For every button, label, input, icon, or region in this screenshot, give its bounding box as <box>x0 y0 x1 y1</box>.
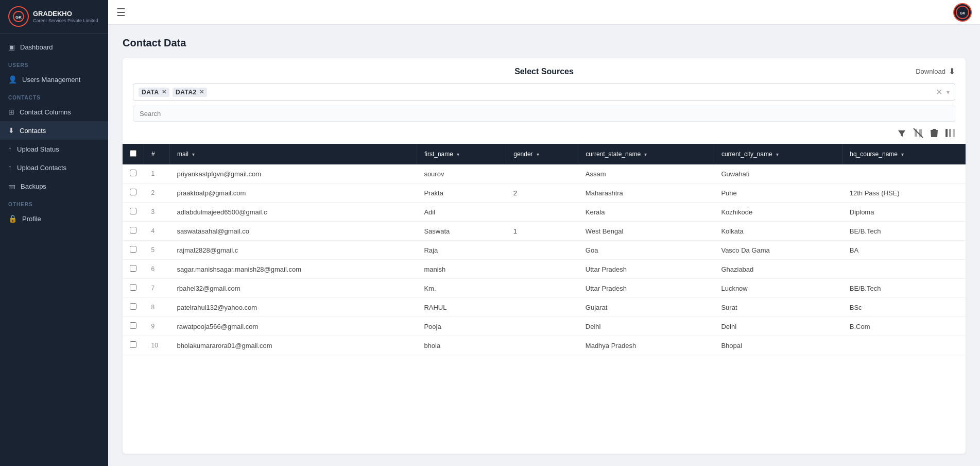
cell-state: Delhi <box>578 317 714 336</box>
table-row: 10 bholakumararora01@gmail.com bhola Mad… <box>123 336 966 355</box>
backups-icon: 🖴 <box>8 182 15 190</box>
cell-first-name: Km. <box>417 279 506 298</box>
row-checkbox[interactable] <box>130 189 136 195</box>
th-hq-course[interactable]: hq_course_name ▾ <box>843 144 966 164</box>
sidebar-item-dashboard[interactable]: ▣ Dashboard <box>0 38 108 56</box>
sidebar-item-label: Contacts <box>20 127 46 135</box>
cell-num: 5 <box>144 241 170 260</box>
download-icon: ⬇ <box>949 66 955 76</box>
download-label: Download <box>916 68 945 75</box>
cell-mail: saswatasahal@gmail.co <box>170 222 417 241</box>
contacts-icon: ⬇ <box>8 126 14 135</box>
table-row: 5 rajmal2828@gmail.c Raja Goa Vasco Da G… <box>123 241 966 260</box>
cell-gender: 2 <box>506 184 578 203</box>
sidebar-item-contacts[interactable]: ⬇ Contacts <box>0 121 108 140</box>
cell-num: 6 <box>144 260 170 279</box>
cell-num: 10 <box>144 336 170 355</box>
cell-mail: rbahel32@gmail.com <box>170 279 417 298</box>
tags-dropdown-caret[interactable]: ▾ <box>947 89 950 96</box>
sidebar-item-label: Profile <box>22 215 41 223</box>
cell-city: Guwahati <box>714 164 842 184</box>
cell-city: Bhopal <box>714 336 842 355</box>
search-input[interactable] <box>133 106 955 122</box>
row-checkbox[interactable] <box>130 246 136 253</box>
row-checkbox[interactable] <box>130 227 136 234</box>
cell-first-name: Prakta <box>417 184 506 203</box>
avatar[interactable]: GK <box>953 3 972 22</box>
cell-city: Pune <box>714 184 842 203</box>
th-mail[interactable]: mail ▾ <box>170 144 417 164</box>
download-button[interactable]: Download ⬇ <box>916 66 955 76</box>
table-row: 1 priyankastpfgvn@gmail.com sourov Assam… <box>123 164 966 184</box>
row-checkbox[interactable] <box>130 341 136 348</box>
row-checkbox[interactable] <box>130 322 136 329</box>
table-row: 4 saswatasahal@gmail.co Saswata 1 West B… <box>123 222 966 241</box>
cell-checkbox <box>123 203 144 222</box>
cell-gender <box>506 241 578 260</box>
table-row: 3 adlabdulmajeed6500@gmail.c Adil Kerala… <box>123 203 966 222</box>
cell-state: Gujarat <box>578 298 714 317</box>
th-gender[interactable]: gender ▾ <box>506 144 578 164</box>
row-checkbox[interactable] <box>130 284 136 291</box>
sidebar-item-upload-status[interactable]: ↑ Upload Status <box>0 140 108 158</box>
tag-data-close[interactable]: ✕ <box>162 89 167 95</box>
th-current-state[interactable]: current_state_name ▾ <box>578 144 714 164</box>
sidebar-header: GK GRADEKHO Career Services Private Limi… <box>0 0 108 34</box>
cell-num: 3 <box>144 203 170 222</box>
row-checkbox[interactable] <box>130 303 136 310</box>
cell-first-name: manish <box>417 260 506 279</box>
page-title: Contact Data <box>123 37 966 49</box>
cell-num: 8 <box>144 298 170 317</box>
columns-icon[interactable] <box>945 128 955 140</box>
sidebar-item-backups[interactable]: 🖴 Backups <box>0 177 108 195</box>
cell-course: BE/B.Tech <box>843 279 966 298</box>
sidebar-nav: ▣ Dashboard USERS 👤 Users Management CON… <box>0 34 108 466</box>
th-current-city[interactable]: current_city_name ▾ <box>714 144 842 164</box>
svg-text:GK: GK <box>960 11 966 15</box>
row-checkbox[interactable] <box>130 170 136 176</box>
sidebar-item-users-management[interactable]: 👤 Users Management <box>0 70 108 89</box>
cell-checkbox <box>123 298 144 317</box>
menu-toggle[interactable]: ☰ <box>116 6 126 19</box>
cell-first-name: bhola <box>417 336 506 355</box>
cell-state: Madhya Pradesh <box>578 336 714 355</box>
cell-checkbox <box>123 241 144 260</box>
tag-data2-close[interactable]: ✕ <box>199 89 204 95</box>
sidebar-item-upload-contacts[interactable]: ↑ Upload Contacts <box>0 158 108 177</box>
delete-icon[interactable] <box>930 128 939 141</box>
hide-columns-icon[interactable] <box>913 128 923 141</box>
select-all-checkbox[interactable] <box>130 150 136 157</box>
sidebar-section-users: USERS <box>0 56 108 70</box>
cell-num: 2 <box>144 184 170 203</box>
cell-checkbox <box>123 279 144 298</box>
table-wrapper: # mail ▾ first_name ▾ gender ▾ current_s… <box>123 144 966 454</box>
row-checkbox[interactable] <box>130 208 136 214</box>
cell-course: BSc <box>843 298 966 317</box>
tags-clear-button[interactable]: ✕ <box>936 87 942 97</box>
cell-checkbox <box>123 164 144 184</box>
cell-course: B.Com <box>843 317 966 336</box>
table-toolbar <box>123 126 966 144</box>
main-content: ☰ GK Contact Data Select Sources Downloa… <box>108 0 980 466</box>
table-body: 1 priyankastpfgvn@gmail.com sourov Assam… <box>123 164 966 355</box>
search-row <box>133 106 955 122</box>
sidebar-item-profile[interactable]: 🔒 Profile <box>0 209 108 228</box>
cell-course <box>843 336 966 355</box>
th-first-name[interactable]: first_name ▾ <box>417 144 506 164</box>
cell-course: BA <box>843 241 966 260</box>
cell-checkbox <box>123 184 144 203</box>
svg-rect-7 <box>953 129 955 137</box>
cell-state: Assam <box>578 164 714 184</box>
cell-course: BE/B.Tech <box>843 222 966 241</box>
tags-row: DATA ✕ DATA2 ✕ ✕ ▾ <box>133 84 955 101</box>
row-checkbox[interactable] <box>130 265 136 272</box>
cell-mail: bholakumararora01@gmail.com <box>170 336 417 355</box>
cell-mail: priyankastpfgvn@gmail.com <box>170 164 417 184</box>
cell-first-name: RAHUL <box>417 298 506 317</box>
cell-num: 1 <box>144 164 170 184</box>
user-icon: 👤 <box>8 75 17 84</box>
cell-gender <box>506 336 578 355</box>
filter-icon[interactable] <box>897 128 907 141</box>
cell-checkbox <box>123 260 144 279</box>
sidebar-item-contact-columns[interactable]: ⊞ Contact Columns <box>0 103 108 121</box>
